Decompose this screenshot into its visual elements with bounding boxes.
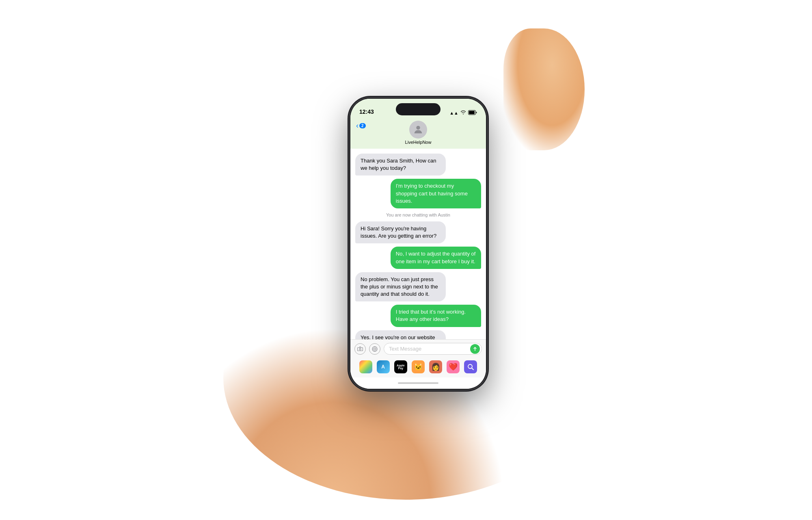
message-placeholder: Text Message bbox=[389, 346, 421, 352]
dock-search-icon[interactable] bbox=[464, 360, 477, 373]
message-row-7: I tried that but it's not working. Have … bbox=[355, 305, 481, 327]
svg-line-6 bbox=[472, 368, 473, 370]
dock-photos-icon[interactable] bbox=[359, 360, 372, 373]
message-bubble: Hi Sara! Sorry you're having issues. Are… bbox=[355, 221, 446, 243]
home-bar bbox=[398, 382, 438, 384]
battery-icon bbox=[468, 110, 477, 116]
system-message: You are now chatting with Austin bbox=[355, 212, 481, 218]
svg-point-4 bbox=[359, 348, 361, 350]
back-chevron-icon: ‹ bbox=[356, 121, 358, 130]
dock-heart-icon[interactable]: ❤️ bbox=[447, 360, 460, 373]
message-input-wrapper[interactable]: Text Message bbox=[384, 343, 482, 355]
back-badge: 2 bbox=[359, 123, 366, 128]
message-bubble: No problem. You can just press the plus … bbox=[355, 272, 446, 302]
input-bar: Text Message bbox=[350, 339, 486, 358]
nav-header: ‹ 2 LiveHelpNow bbox=[350, 118, 486, 149]
scene: 12:43 ▲▲ bbox=[223, 20, 589, 500]
contact-name: LiveHelpNow bbox=[405, 140, 432, 145]
hand-fingers bbox=[503, 28, 585, 150]
app-dock: A ApplePay 🐱 👩 ❤️ bbox=[350, 358, 486, 377]
message-row-6: No problem. You can just press the plus … bbox=[355, 272, 481, 302]
svg-point-2 bbox=[416, 126, 420, 130]
signal-icon: ▲▲ bbox=[449, 110, 458, 115]
wifi-icon bbox=[460, 110, 466, 115]
dock-applepay-icon[interactable]: ApplePay bbox=[394, 360, 407, 373]
send-button[interactable] bbox=[470, 344, 480, 354]
apps-button[interactable] bbox=[369, 343, 380, 355]
status-time: 12:43 bbox=[359, 108, 374, 116]
message-bubble: No, I want to adjust the quantity of one… bbox=[391, 247, 481, 269]
message-row-4: Hi Sara! Sorry you're having issues. Are… bbox=[355, 221, 481, 243]
person-icon bbox=[412, 124, 424, 135]
message-bubble: I'm trying to checkout my shopping cart … bbox=[391, 179, 481, 208]
message-row-5: No, I want to adjust the quantity of one… bbox=[355, 247, 481, 269]
back-button[interactable]: ‹ 2 bbox=[356, 121, 366, 130]
phone-device: 12:43 ▲▲ bbox=[349, 98, 487, 390]
dock-emoji1-icon[interactable]: 🐱 bbox=[412, 360, 425, 373]
dynamic-island bbox=[396, 103, 441, 115]
message-row-2: I'm trying to checkout my shopping cart … bbox=[355, 179, 481, 208]
message-row-1: Thank you Sara Smith, How can we help yo… bbox=[355, 154, 481, 176]
phone-screen: 12:43 ▲▲ bbox=[350, 99, 486, 389]
home-indicator bbox=[350, 377, 486, 389]
message-row-3: You are now chatting with Austin bbox=[355, 212, 481, 218]
status-icons: ▲▲ bbox=[449, 110, 477, 116]
message-bubble: Thank you Sara Smith, How can we help yo… bbox=[355, 154, 446, 176]
camera-button[interactable] bbox=[354, 343, 366, 355]
dock-appstore-icon[interactable]: A bbox=[377, 360, 390, 373]
contact-avatar bbox=[409, 121, 427, 139]
message-bubble: Yes, I see you're on our website with yo… bbox=[355, 330, 446, 339]
message-bubble: I tried that but it's not working. Have … bbox=[391, 305, 481, 327]
messages-list: Thank you Sara Smith, How can we help yo… bbox=[350, 149, 486, 339]
dock-emoji2-icon[interactable]: 👩 bbox=[429, 360, 442, 373]
svg-rect-1 bbox=[469, 111, 475, 114]
message-row-8: Yes, I see you're on our website with yo… bbox=[355, 330, 481, 339]
